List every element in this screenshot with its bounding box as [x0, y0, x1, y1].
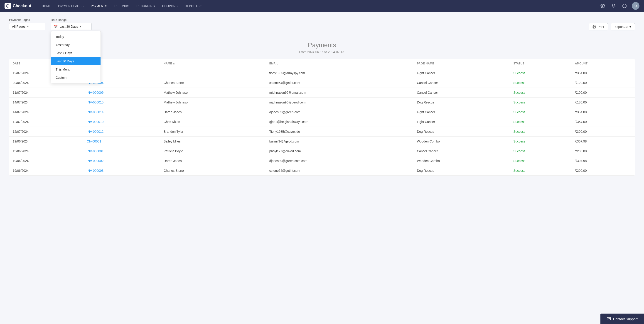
payments-title: Payments — [9, 42, 635, 49]
td-email: Tiony1985@cuvox.de — [266, 127, 413, 136]
td-payment[interactable]: CN-00001 — [83, 136, 160, 146]
td-email: qjbb1@belgianairways.com — [266, 117, 413, 127]
td-amount: ₹354.00 — [572, 107, 635, 117]
sort-icon: ⇅ — [173, 62, 175, 65]
td-payment[interactable]: INV-000009 — [83, 88, 160, 98]
td-page-name: Fight Cancer — [413, 68, 510, 78]
payments-table-container: DATE PAYMENT NAME ⇅ EMAIL PAGE NAME STAT… — [9, 59, 635, 176]
user-avatar[interactable]: U — [632, 2, 640, 10]
th-amount: AMOUNT — [572, 59, 635, 68]
td-date: 19/06/2024 — [9, 136, 83, 146]
payment-pages-value: All Pages — [12, 25, 26, 28]
td-email: cstone54@getint.com — [266, 166, 413, 176]
table-row: 12/07/2024 INV-000 tiony1985@armyspy.com… — [9, 68, 635, 78]
nav-right: U — [599, 2, 640, 10]
nav-coupons[interactable]: COUPONS — [158, 0, 181, 12]
td-date: 11/07/2024 — [9, 88, 83, 98]
td-amount: ₹200.00 — [572, 166, 635, 176]
nav-links: HOME PAYMENT PAGES PAYMENTS REFUNDS RECU… — [38, 0, 599, 12]
table-row: 19/06/2024 INV-000003 Charles Stone csto… — [9, 166, 635, 176]
main-content: Payment Pages All Pages ▾ Date Range 📅 L… — [0, 12, 644, 324]
td-email: mjohnason96@gmail.com — [266, 88, 413, 98]
dropdown-item-custom[interactable]: Custom — [51, 74, 100, 82]
td-status: Success — [510, 117, 572, 127]
settings-icon[interactable] — [599, 2, 606, 10]
export-button[interactable]: Export As ▾ — [611, 23, 635, 30]
nav-home[interactable]: HOME — [38, 0, 54, 12]
td-date: 12/07/2024 — [9, 117, 83, 127]
td-payment[interactable]: INV-000002 — [83, 156, 160, 166]
td-name: Mathew Johnason — [160, 98, 266, 107]
table-row: 19/06/2024 INV-000002 Daren Jones djones… — [9, 156, 635, 166]
td-status: Success — [510, 146, 572, 156]
date-range-select[interactable]: 📅 Last 30 Days ▾ — [51, 23, 92, 30]
chevron-down-icon: ▾ — [80, 25, 81, 28]
td-status: Success — [510, 88, 572, 98]
td-page-name: Fight Cancer — [413, 117, 510, 127]
td-date: 12/07/2024 — [9, 127, 83, 136]
dropdown-item-today[interactable]: Today — [51, 33, 100, 41]
td-page-name: Dog Rescue — [413, 98, 510, 107]
td-payment[interactable]: INV-000001 — [83, 146, 160, 156]
td-page-name: Dog Rescue — [413, 127, 510, 136]
td-payment[interactable]: INV-000015 — [83, 98, 160, 107]
td-page-name: Cancel Cancer — [413, 146, 510, 156]
td-name: Charles Stone — [160, 166, 266, 176]
td-page-name: Fight Cancer — [413, 107, 510, 117]
td-payment[interactable]: INV-000014 — [83, 107, 160, 117]
th-name[interactable]: NAME ⇅ — [160, 59, 266, 68]
bell-icon[interactable] — [610, 2, 617, 10]
help-icon[interactable] — [621, 2, 628, 10]
td-email: mjohnason96@geod.com — [266, 98, 413, 107]
td-payment[interactable]: INV-000012 — [83, 127, 160, 136]
td-status: Success — [510, 98, 572, 107]
td-name: Daren Jones — [160, 156, 266, 166]
table-row: 11/07/2024 INV-000009 Mathew Johnason mj… — [9, 88, 635, 98]
print-label: Print — [598, 25, 604, 28]
dropdown-item-yesterday[interactable]: Yesterday — [51, 41, 100, 49]
nav-refunds[interactable]: REFUNDS — [111, 0, 133, 12]
td-page-name: Cancel Cancer — [413, 88, 510, 98]
td-amount: ₹300.00 — [572, 127, 635, 136]
print-button[interactable]: Print — [589, 23, 608, 30]
contact-support-button[interactable]: Contact Support — [600, 314, 644, 324]
navbar: Checkout HOME PAYMENT PAGES PAYMENTS REF… — [0, 0, 644, 12]
td-amount: ₹354.00 — [572, 68, 635, 78]
td-amount: ₹307.98 — [572, 136, 635, 146]
td-status: Success — [510, 107, 572, 117]
dropdown-item-thismonth[interactable]: This Month — [51, 65, 100, 74]
td-email: cstone54@getint.com — [266, 78, 413, 88]
checkout-icon — [6, 4, 10, 8]
table-row: 19/06/2024 CN-00001 Bailey Miles bailmil… — [9, 136, 635, 146]
contact-support-label: Contact Support — [613, 317, 638, 321]
dropdown-item-last7days[interactable]: Last 7 Days — [51, 49, 100, 57]
nav-reports[interactable]: REPORTS ▾ — [181, 0, 205, 12]
td-name: Bailey Miles — [160, 136, 266, 146]
section-divider — [9, 35, 635, 35]
td-name: Daren Jones — [160, 107, 266, 117]
brand-logo[interactable]: Checkout — [4, 3, 31, 9]
td-payment[interactable]: INV-000010 — [83, 117, 160, 127]
td-amount: ₹180.00 — [572, 98, 635, 107]
brand-icon — [4, 3, 11, 9]
export-label: Export As — [614, 25, 628, 28]
payment-pages-select[interactable]: All Pages ▾ — [9, 23, 46, 30]
dropdown-item-last30days[interactable]: Last 30 Days — [51, 57, 100, 65]
td-amount: ₹120.00 — [572, 78, 635, 88]
payment-pages-filter: Payment Pages All Pages ▾ — [9, 18, 46, 30]
td-email: djones89@green.com.com — [266, 156, 413, 166]
th-page-name: PAGE NAME — [413, 59, 510, 68]
td-name: Patricia Boyle — [160, 146, 266, 156]
td-date: 19/06/2024 — [9, 146, 83, 156]
nav-payment-pages[interactable]: PAYMENT PAGES — [54, 0, 87, 12]
date-range-filter: Date Range 📅 Last 30 Days ▾ Today Yester… — [51, 18, 92, 30]
td-name: Mathew Johnason — [160, 88, 266, 98]
td-payment[interactable]: INV-000003 — [83, 166, 160, 176]
td-status: Success — [510, 78, 572, 88]
td-page-name: Dog Rescue — [413, 166, 510, 176]
nav-recurring[interactable]: RECURRING — [133, 0, 158, 12]
td-amount: ₹307.98 — [572, 156, 635, 166]
nav-payments[interactable]: PAYMENTS — [87, 0, 111, 12]
th-email: EMAIL — [266, 59, 413, 68]
table-row: 12/07/2024 INV-000010 Chris Nixon qjbb1@… — [9, 117, 635, 127]
